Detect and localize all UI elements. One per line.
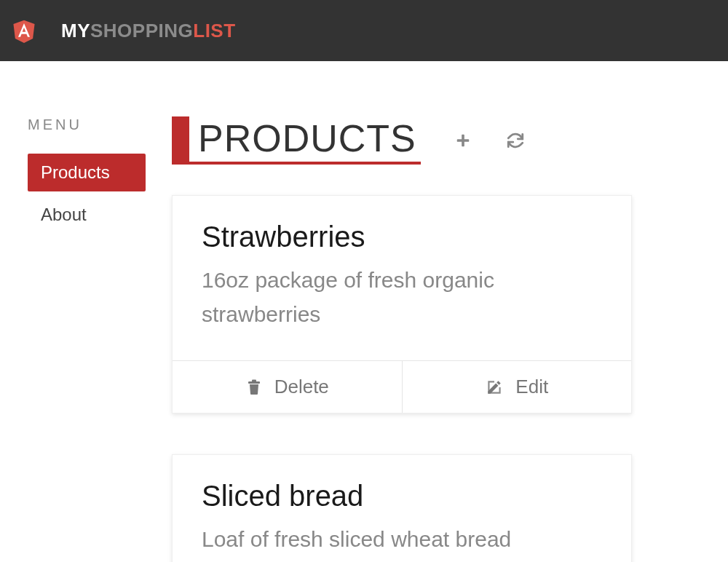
plus-icon <box>455 132 471 149</box>
product-name: Sliced bread <box>202 480 602 512</box>
product-description: Loaf of fresh sliced wheat bread <box>202 523 602 557</box>
sidebar-item-label: Products <box>41 162 110 182</box>
product-card: Strawberries 16oz package of fresh organ… <box>172 195 632 413</box>
page-title-block: PRODUCTS <box>172 116 421 165</box>
angular-logo-icon <box>12 17 36 44</box>
sidebar-item-label: About <box>41 205 87 224</box>
product-description: 16oz package of fresh organic strawberri… <box>202 264 602 331</box>
refresh-icon <box>506 131 525 150</box>
svg-rect-2 <box>457 139 470 142</box>
delete-button[interactable]: Delete <box>173 361 402 413</box>
product-card-body: Strawberries 16oz package of fresh organ… <box>173 196 631 360</box>
main-content: PRODUCTS <box>146 116 728 562</box>
title-accent-bar <box>172 116 189 162</box>
app-brand: MYSHOPPINGLIST <box>61 20 236 42</box>
sidebar-item-about[interactable]: About <box>28 196 146 234</box>
svg-rect-4 <box>252 379 256 381</box>
edit-label: Edit <box>515 376 548 398</box>
sidebar-heading: MENU <box>28 116 146 133</box>
app-header: MYSHOPPINGLIST <box>0 0 728 61</box>
product-name: Strawberries <box>202 221 602 253</box>
trash-icon <box>245 378 263 397</box>
sidebar: MENU Products About <box>0 116 146 562</box>
page-title: PRODUCTS <box>198 116 421 162</box>
brand-part-1: MY <box>61 20 90 41</box>
product-card-actions: Delete Edit <box>173 360 631 413</box>
product-card: Sliced bread Loaf of fresh sliced wheat … <box>172 454 632 562</box>
page-header: PRODUCTS <box>172 116 699 165</box>
refresh-button[interactable] <box>505 130 526 151</box>
edit-button[interactable]: Edit <box>402 361 632 413</box>
delete-label: Delete <box>274 376 329 398</box>
edit-icon <box>485 378 504 397</box>
brand-part-2: SHOPPING <box>90 20 193 41</box>
add-product-button[interactable] <box>453 130 473 151</box>
page-header-actions <box>453 130 526 151</box>
sidebar-item-products[interactable]: Products <box>28 154 146 191</box>
brand-part-3: LIST <box>193 20 235 41</box>
product-card-body: Sliced bread Loaf of fresh sliced wheat … <box>173 455 631 562</box>
